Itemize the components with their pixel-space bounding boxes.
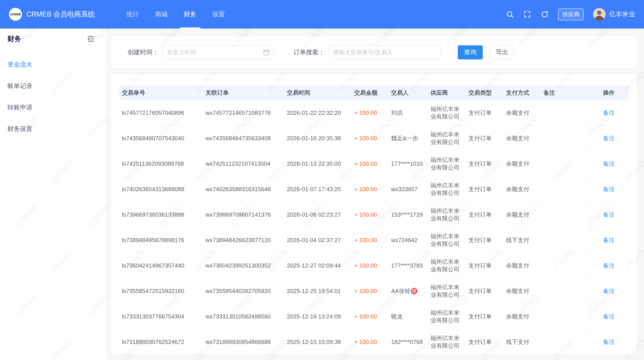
cell-order-no: ls745772176057040896	[119, 100, 203, 126]
sidebar-item-label: 账单记录	[8, 82, 32, 90]
nav-tab-label: 财务	[184, 10, 196, 18]
col-type: 交易类型	[466, 85, 503, 100]
remark-link[interactable]: 备注	[603, 135, 615, 142]
nav-tab-label: 设置	[212, 10, 225, 18]
cell-pay-method: 余额支付	[503, 304, 541, 329]
cell-amount: + 100.00	[352, 278, 388, 304]
cell-remark	[541, 227, 590, 253]
cell-type: 支付订单	[466, 253, 503, 278]
cell-related-order: wx736042399251300352	[203, 253, 284, 278]
remark-link[interactable]: 备注	[603, 160, 615, 167]
cell-type: 支付订单	[466, 126, 503, 151]
table-row: ls739669738036133888 wx73966970960714137…	[119, 202, 628, 227]
cell-amount: + 100.00	[352, 227, 388, 253]
cell-time: 2026-01-06 02:23:27	[284, 202, 352, 227]
table-row: ls743568480707543040 wx74356846473563340…	[119, 126, 628, 151]
menu-fold-icon[interactable]	[87, 35, 95, 43]
cell-pay-method: 余额支付	[503, 126, 541, 151]
table-row: ls738948495678898176 wx73894842662387712…	[119, 227, 628, 253]
col-related-order: 关联订单	[203, 85, 284, 100]
cell-related-order: wx742511232107413504	[203, 151, 284, 177]
sidebar-item-transfer-request[interactable]: 转账申请	[0, 97, 106, 118]
remark-link[interactable]: 备注	[603, 313, 615, 320]
table-header: 交易单号 关联订单 交易时间 交易金额 交易人 供应商 交易类型 支付方式 备注…	[119, 85, 628, 100]
nav-tab-finance[interactable]: 财务	[176, 0, 204, 29]
nav-tab-mall[interactable]: 商城	[147, 0, 176, 29]
cell-remark	[541, 278, 590, 304]
query-button[interactable]: 查询	[458, 45, 483, 59]
cell-amount: + 100.00	[352, 329, 388, 355]
sidebar-menu: 资金流水 账单记录 转账申请 财务设置	[0, 54, 106, 140]
refresh-icon[interactable]	[541, 10, 549, 18]
cell-amount: + 100.00	[352, 202, 388, 227]
col-amount: 交易金额	[352, 85, 388, 100]
cell-pay-method: 余额支付	[503, 100, 541, 126]
cell-action: 备注	[590, 304, 628, 329]
cell-action: 备注	[590, 227, 628, 253]
cell-order-no: ls738948495678898176	[119, 227, 203, 253]
sidebar-item-label: 资金流水	[8, 60, 32, 69]
table-row: ls742511362093088768 wx74251123210741350…	[119, 151, 628, 177]
col-action: 操作	[590, 85, 628, 100]
table-row: ls733313037766754304 wx73331301056249856…	[119, 304, 628, 329]
nav-tab-settings[interactable]: 设置	[204, 0, 233, 29]
table-row: ls745772176057040896 wx74577214657108377…	[119, 100, 628, 126]
cell-amount: + 100.00	[352, 253, 388, 278]
user-menu[interactable]: 亿丰米业	[593, 8, 635, 20]
sidebar-item-bill-records[interactable]: 账单记录	[0, 75, 106, 97]
cell-trader: 177****3783	[388, 253, 428, 278]
cell-trader: wx323657	[388, 177, 428, 202]
cell-type: 支付订单	[466, 278, 503, 304]
cell-time: 2026-01-22 22:32:20	[284, 100, 352, 126]
order-search-input[interactable]	[328, 45, 440, 59]
cell-supplier: 福州亿丰米业有限公司	[428, 227, 466, 253]
remark-link[interactable]: 备注	[603, 211, 615, 218]
cell-supplier: 福州亿丰米业有限公司	[428, 177, 466, 202]
export-button[interactable]: 导出	[490, 45, 514, 59]
cell-time: 2025-12-15 15:09:38	[284, 329, 352, 355]
table-row: ls740263654313689088 wx74026358831631564…	[119, 177, 628, 202]
remark-link[interactable]: 备注	[603, 186, 615, 192]
search-icon[interactable]	[506, 10, 514, 18]
cell-trader: 153****1729	[388, 202, 428, 227]
transactions-table: 交易单号 关联订单 交易时间 交易金额 交易人 供应商 交易类型 支付方式 备注…	[119, 85, 628, 355]
cell-remark	[541, 304, 590, 329]
cell-order-no: ls742511362093088768	[119, 151, 203, 177]
cell-action: 备注	[590, 202, 628, 227]
transactions-table-card: 交易单号 关联订单 交易时间 交易金额 交易人 供应商 交易类型 支付方式 备注…	[111, 74, 637, 355]
cell-action: 备注	[590, 253, 628, 278]
cell-order-no: ls743568480707543040	[119, 126, 203, 151]
cell-type: 支付订单	[466, 151, 503, 177]
sidebar-item-label: 财务设置	[8, 125, 32, 133]
calendar-icon[interactable]	[263, 49, 270, 56]
supplier-badge[interactable]: 供应商	[558, 8, 584, 20]
sidebar-item-finance-settings[interactable]: 财务设置	[0, 118, 106, 140]
cell-time: 2025-12-27 02:09:44	[284, 253, 352, 278]
cell-pay-method: 余额支付	[503, 253, 541, 278]
cell-related-order: wx740263588316315648	[203, 177, 284, 202]
sidebar-item-fund-flow[interactable]: 资金流水	[0, 54, 106, 75]
navbar: crmeb CRMEB 会员电商系统 统计 商城 财务 设置 供应商	[0, 0, 644, 29]
cell-supplier: 福州亿丰米业有限公司	[428, 304, 466, 329]
remark-link[interactable]: 备注	[603, 109, 615, 116]
remark-link[interactable]: 备注	[603, 262, 615, 269]
order-search-label: 订单搜索：	[294, 48, 325, 56]
cell-pay-method: 线下支付	[503, 329, 541, 355]
date-input[interactable]	[162, 45, 274, 59]
cell-order-no: ls739669738036133888	[119, 202, 203, 227]
cell-trader: AA张铨🉐	[388, 278, 428, 304]
remark-link[interactable]: 备注	[603, 339, 615, 345]
avatar[interactable]	[593, 8, 606, 20]
cell-amount: + 100.00	[352, 177, 388, 202]
cell-remark	[541, 126, 590, 151]
fullscreen-icon[interactable]	[523, 10, 531, 18]
remark-link[interactable]: 备注	[603, 288, 615, 294]
remark-link[interactable]: 备注	[603, 237, 615, 243]
filter-bar: 创建时间： 订单搜索： 查询 导出	[111, 36, 637, 68]
sidebar-title: 财务	[8, 34, 21, 43]
nav-tab-statistics[interactable]: 统计	[118, 0, 147, 29]
cell-supplier: 福州亿丰米业有限公司	[428, 278, 466, 304]
col-trader: 交易人	[388, 85, 428, 100]
order-search	[328, 45, 440, 59]
date-picker	[162, 45, 274, 59]
